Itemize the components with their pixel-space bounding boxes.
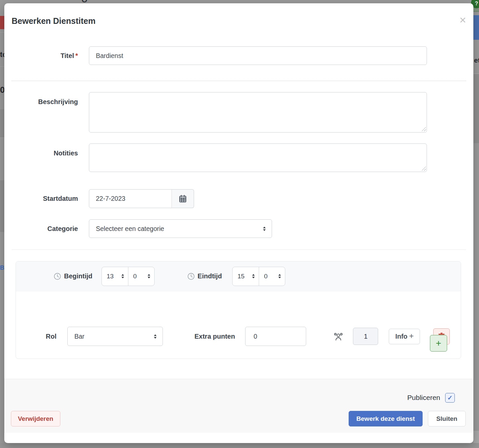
eindtijd-time-group: 15 0 [232,267,285,286]
calendar-icon [178,194,187,203]
chevron-up-down-icon [121,274,124,278]
chevron-up-down-icon [252,274,255,278]
notities-label: Notities [4,143,78,157]
chevron-up-down-icon [154,334,157,339]
background-text-fragment: et [474,56,479,64]
begintijd-time-group: 13 0 [102,267,155,286]
extra-punten-label: Extra punten [194,333,235,340]
begintijd-hour-select[interactable]: 13 [102,267,128,286]
background-divider [0,138,4,138]
plus-icon: + [409,331,414,341]
plus-icon: + [436,338,441,349]
actions-row: Verwijderen Bewerk deze dienst Sluiten [4,411,473,426]
publish-row: Publiceren ✓ [4,393,473,403]
shift-card: Begintijd 13 0 Eindtijd [16,261,461,359]
titel-row: Titel* [4,46,473,65]
titel-input[interactable] [89,46,427,65]
dimmed-background-left: to 07 B [0,0,4,448]
screen: to 07 B O et ? Bewerken Dienstitem ✕ Tit… [0,0,479,448]
dialog-title: Bewerken Dienstitem [12,16,473,26]
dotted-divider [12,81,466,81]
chevron-up-down-icon [263,227,266,231]
clock-icon [53,272,61,280]
background-text-fragment: 07 [0,85,4,95]
begintijd-label: Begintijd [53,272,93,280]
add-role-button[interactable]: + [430,335,447,352]
background-text-fragment: O [82,0,91,3]
background-text-fragment: B [0,264,4,271]
beschrijving-row: Beschrijving [4,92,473,133]
sluiten-button[interactable]: Sluiten [428,411,466,426]
background-red-fragment [0,16,4,29]
titel-label: Titel* [4,52,78,60]
categorie-label: Categorie [4,225,78,233]
verwijderen-button[interactable]: Verwijderen [11,411,60,426]
background-divider [0,32,4,32]
question-mark-icon: ? [475,1,478,7]
section-divider [12,250,466,250]
role-row: Rol Bar Extra punten [16,327,461,346]
dimmed-background-right: et [473,0,479,448]
chevron-up-down-icon [278,274,281,278]
primary-actions: Bewerk deze dienst Sluiten [349,411,466,426]
background-blue-fragment [473,15,479,40]
submit-button[interactable]: Bewerk deze dienst [349,411,423,426]
extra-punten-input[interactable] [245,327,306,346]
shift-roles-body: + Rol Bar Extra punten [16,327,461,359]
calendar-button[interactable] [171,189,194,208]
background-divider [0,66,4,67]
begintijd-minute-select[interactable]: 0 [128,267,154,286]
eindtijd-hour-select[interactable]: 15 [233,267,259,286]
dialog-footer: Publiceren ✓ Verwijderen Bewerk deze die… [4,379,473,433]
beschrijving-label: Beschrijving [4,92,78,106]
group-people-icon [333,332,343,341]
categorie-row: Categorie Selecteer een categorie [4,219,473,238]
rol-label: Rol [46,333,56,340]
required-asterisk: * [75,52,78,59]
background-shade [0,109,4,138]
aantal-input[interactable]: 1 [353,328,378,345]
dimmed-background-top: O [4,0,473,3]
startdatum-row: Startdatum [4,189,473,208]
chevron-up-down-icon [148,274,150,278]
notities-textarea[interactable] [89,143,427,172]
shift-times-header: Begintijd 13 0 Eindtijd [16,261,461,291]
beschrijving-textarea[interactable] [89,92,427,133]
notities-row: Notities [4,143,473,172]
rol-selected-value: Bar [74,333,84,340]
categorie-select[interactable]: Selecteer een categorie [89,219,272,238]
categorie-selected-value: Selecteer een categorie [96,225,164,233]
background-shade [473,74,479,143]
dimmed-background-bottom [0,443,479,448]
close-icon[interactable]: ✕ [459,16,466,25]
background-shade [0,180,4,232]
publiceren-checkbox[interactable]: ✓ [445,393,455,403]
publiceren-label: Publiceren [407,394,440,402]
info-button[interactable]: Info + [389,329,420,344]
rol-select[interactable]: Bar [67,327,163,346]
eindtijd-minute-select[interactable]: 0 [259,267,285,286]
background-text-fragment: to [0,50,4,59]
startdatum-label: Startdatum [4,195,78,202]
clock-icon [187,272,195,280]
startdatum-input[interactable] [89,189,172,208]
edit-service-item-dialog: Bewerken Dienstitem ✕ Titel* Beschrijvin… [4,3,473,443]
check-icon: ✓ [447,394,453,402]
eindtijd-label: Eindtijd [187,272,222,280]
